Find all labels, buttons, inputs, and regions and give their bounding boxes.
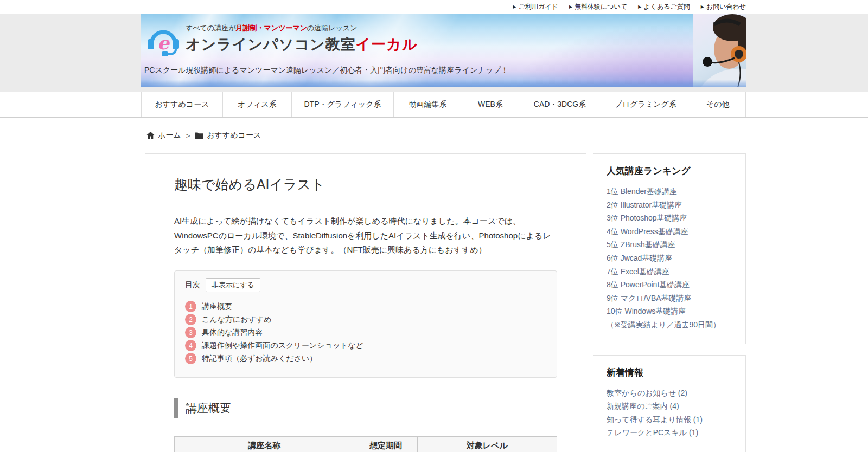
news-link[interactable]: 新規講座のご案内 (4) — [607, 402, 679, 410]
toc-hide-button[interactable]: 非表示にする — [206, 278, 260, 292]
table-header-duration: 想定期間 — [354, 437, 417, 452]
header-tagline: すべての講座が月謝制・マンツーマンの遠隔レッスン — [186, 23, 418, 33]
toc-number-badge: 3 — [185, 327, 196, 338]
logo-text: すべての講座が月謝制・マンツーマンの遠隔レッスン オンラインパソコン教室イーカル — [186, 23, 418, 54]
ranking-title: 人気講座ランキング — [607, 165, 732, 177]
nav-item-office[interactable]: オフィス系 — [223, 92, 292, 117]
ranking-link[interactable]: 10位 Windows基礎講座 — [607, 307, 686, 315]
svg-text:e: e — [157, 32, 170, 54]
toc-list: 1 講座概要 2 こんな方におすすめ 3 具体的な講習内容 4 課題作例や操作画… — [185, 301, 546, 364]
breadcrumb-separator: > — [186, 132, 190, 140]
toc-item[interactable]: 3 具体的な講習内容 — [185, 327, 546, 338]
ranking-link[interactable]: 4位 WordPress基礎講座 — [607, 227, 688, 236]
arrow-icon: ▶ — [701, 5, 704, 9]
nav-item-cad-3dcg[interactable]: CAD・3DCG系 — [519, 92, 601, 117]
toc-header: 目次 非表示にする — [185, 278, 546, 292]
ranking-item: 3位 Photoshop基礎講座 — [607, 211, 732, 225]
headset-logo-icon: e — [145, 23, 181, 56]
site-name: オンラインパソコン教室イーカル — [186, 35, 418, 54]
news-link[interactable]: 教室からのお知らせ (2) — [607, 389, 687, 397]
ranking-item: 9位 マクロ/VBA基礎講座 — [607, 292, 732, 305]
nav-item-recommended-courses[interactable]: おすすめコース — [141, 92, 223, 117]
ranking-note: （※受講実績より／過去90日間） — [607, 318, 732, 332]
ranking-item: 10位 Windows基礎講座 — [607, 305, 732, 318]
ranking-link[interactable]: 6位 Jwcad基礎講座 — [607, 254, 672, 262]
arrow-icon: ▶ — [513, 5, 516, 9]
main-nav-inner: おすすめコース オフィス系 DTP・グラフィック系 動画編集系 WEB系 CAD… — [141, 92, 746, 117]
ranking-item: 7位 Excel基礎講座 — [607, 265, 732, 279]
ranking-list: 1位 Blender基礎講座 2位 Illustrator基礎講座 3位 Pho… — [607, 185, 732, 318]
ranking-item: 2位 Illustrator基礎講座 — [607, 198, 732, 212]
topbar-link-trial[interactable]: ▶無料体験について — [569, 2, 627, 11]
ranking-item: 6位 Jwcad基礎講座 — [607, 251, 732, 265]
arrow-icon: ▶ — [569, 5, 572, 9]
breadcrumb-home-link[interactable]: ホーム — [146, 131, 181, 140]
main-nav: おすすめコース オフィス系 DTP・グラフィック系 動画編集系 WEB系 CAD… — [0, 92, 868, 118]
ranking-link[interactable]: 7位 Excel基礎講座 — [607, 267, 669, 276]
instructor-photo — [693, 14, 746, 87]
utility-bar: ▶ご利用ガイド ▶無料体験について ▶よくあるご質問 ▶お問い合わせ — [141, 0, 746, 14]
course-overview-table: 講座名称 想定期間 対象レベル — [174, 436, 557, 452]
ranking-link[interactable]: 3位 Photoshop基礎講座 — [607, 214, 687, 222]
nav-item-web[interactable]: WEB系 — [462, 92, 519, 117]
ranking-link[interactable]: 2位 Illustrator基礎講座 — [607, 201, 682, 209]
news-link[interactable]: テレワークとPCスキル (1) — [607, 428, 698, 437]
arrow-icon: ▶ — [638, 5, 641, 9]
header-subtitle: PCスクール現役講師によるマンツーマン遠隔レッスン／初心者・入門者向けの豊富な講… — [144, 66, 508, 75]
topbar-link-contact[interactable]: ▶お問い合わせ — [701, 2, 746, 11]
page-title: 趣味で始めるAIイラスト — [174, 176, 557, 193]
ranking-link[interactable]: 5位 ZBrush基礎講座 — [607, 240, 675, 249]
nav-item-other[interactable]: その他 — [690, 92, 746, 117]
nav-item-dtp-graphic[interactable]: DTP・グラフィック系 — [292, 92, 394, 117]
table-header-course-name: 講座名称 — [175, 437, 354, 452]
toc-number-badge: 4 — [185, 340, 196, 351]
news-item: 知って得する耳より情報 (1) — [607, 413, 732, 427]
header-band: e すべての講座が月謝制・マンツーマンの遠隔レッスン オンラインパソコン教室イー… — [0, 14, 868, 92]
folder-icon — [195, 132, 203, 139]
table-header-level: 対象レベル — [417, 437, 557, 452]
news-card: 新着情報 教室からのお知らせ (2) 新規講座のご案内 (4) 知って得する耳よ… — [593, 355, 746, 452]
course-intro-text: AI生成によって絵が描けなくてもイラスト制作が楽しめる時代になりました。本コース… — [174, 214, 557, 257]
ranking-link[interactable]: 1位 Blender基礎講座 — [607, 187, 677, 196]
main-area: 趣味で始めるAIイラスト AI生成によって絵が描けなくてもイラスト制作が楽しめる… — [145, 153, 868, 452]
news-item: テレワークとPCスキル (1) — [607, 426, 732, 440]
toc-number-badge: 5 — [185, 353, 196, 364]
article-card: 趣味で始めるAIイラスト AI生成によって絵が描けなくてもイラスト制作が楽しめる… — [145, 153, 586, 452]
toc-label: 目次 — [185, 280, 200, 290]
ranking-item: 4位 WordPress基礎講座 — [607, 225, 732, 238]
toc-item[interactable]: 1 講座概要 — [185, 301, 546, 312]
topbar-link-faq[interactable]: ▶よくあるご質問 — [638, 2, 690, 11]
news-item: 教室からのお知らせ (2) — [607, 386, 732, 400]
ranking-card: 人気講座ランキング 1位 Blender基礎講座 2位 Illustrator基… — [593, 153, 746, 344]
news-link[interactable]: 知って得する耳より情報 (1) — [607, 415, 703, 424]
ranking-item: 5位 ZBrush基礎講座 — [607, 238, 732, 251]
toc-item[interactable]: 2 こんな方におすすめ — [185, 314, 546, 325]
ranking-link[interactable]: 9位 マクロ/VBA基礎講座 — [607, 294, 692, 302]
toc-box: 目次 非表示にする 1 講座概要 2 こんな方におすすめ 3 具体的な講習内容 … — [174, 270, 557, 378]
toc-number-badge: 1 — [185, 301, 196, 312]
news-item: 新規講座のご案内 (4) — [607, 399, 732, 413]
news-list: 教室からのお知らせ (2) 新規講座のご案内 (4) 知って得する耳より情報 (… — [607, 386, 732, 440]
breadcrumb: ホーム > おすすめコース — [146, 131, 868, 140]
ranking-link[interactable]: 8位 PowerPoint基礎講座 — [607, 280, 690, 289]
site-logo[interactable]: e すべての講座が月謝制・マンツーマンの遠隔レッスン オンラインパソコン教室イー… — [145, 23, 418, 56]
section-heading-course-overview: 講座概要 — [174, 398, 557, 418]
nav-item-programming[interactable]: プログラミング系 — [601, 92, 690, 117]
header-banner: e すべての講座が月謝制・マンツーマンの遠隔レッスン オンラインパソコン教室イー… — [141, 14, 746, 87]
topbar-link-guide[interactable]: ▶ご利用ガイド — [513, 2, 558, 11]
nav-item-video-editing[interactable]: 動画編集系 — [394, 92, 462, 117]
home-icon — [146, 132, 155, 139]
table-header-row: 講座名称 想定期間 対象レベル — [175, 437, 557, 452]
toc-number-badge: 2 — [185, 314, 196, 325]
breadcrumb-current: おすすめコース — [195, 131, 261, 140]
ranking-item: 8位 PowerPoint基礎講座 — [607, 278, 732, 292]
toc-item[interactable]: 5 特記事項（必ずお読みください） — [185, 353, 546, 364]
toc-item[interactable]: 4 課題作例や操作画面のスクリーンショットなど — [185, 340, 546, 351]
sidebar: 人気講座ランキング 1位 Blender基礎講座 2位 Illustrator基… — [593, 153, 746, 452]
content-edge-line — [145, 118, 145, 154]
ranking-item: 1位 Blender基礎講座 — [607, 185, 732, 198]
news-title: 新着情報 — [607, 366, 732, 379]
